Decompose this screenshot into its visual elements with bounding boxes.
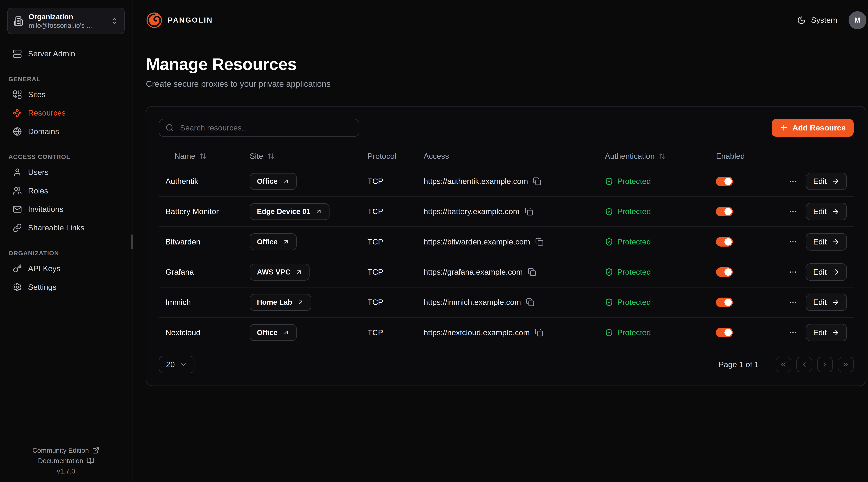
site-link-button[interactable]: Office — [250, 173, 297, 190]
enabled-toggle[interactable] — [716, 297, 733, 307]
documentation-link[interactable]: Documentation — [38, 457, 94, 464]
sidebar-item-roles[interactable]: Roles — [7, 182, 125, 199]
auth-status-badge: Protected — [605, 298, 651, 307]
sidebar-item-label: Settings — [28, 283, 57, 292]
table-row: Immich Home Lab TCP https://immich.examp… — [159, 288, 854, 318]
moon-icon — [797, 16, 806, 25]
page-size-select[interactable]: 20 — [159, 356, 194, 373]
auth-status-badge: Protected — [605, 177, 651, 186]
section-heading-organization: ORGANIZATION — [8, 250, 123, 257]
edit-button[interactable]: Edit — [806, 324, 847, 341]
site-link-button[interactable]: Office — [250, 324, 297, 341]
sidebar-item-server-admin[interactable]: Server Admin — [7, 45, 125, 62]
chevron-down-icon — [180, 361, 187, 368]
resource-protocol: TCP — [361, 177, 417, 186]
site-link-button[interactable]: Home Lab — [250, 294, 311, 311]
sidebar: Organization milo@fossorial.io's ... Ser… — [0, 0, 132, 482]
edit-button[interactable]: Edit — [806, 263, 847, 281]
edit-button[interactable]: Edit — [806, 233, 847, 251]
community-edition-link[interactable]: Community Edition — [32, 447, 99, 454]
enabled-toggle[interactable] — [716, 267, 733, 277]
copy-button[interactable] — [528, 268, 536, 276]
sidebar-item-label: Roles — [28, 186, 48, 195]
site-link-button[interactable]: AWS VPC — [250, 264, 310, 281]
brand: PANGOLIN — [146, 12, 213, 29]
arrow-up-right-icon — [283, 178, 289, 185]
enabled-toggle[interactable] — [716, 237, 733, 247]
sidebar-item-shareable-links[interactable]: Shareable Links — [7, 220, 125, 236]
first-page-button[interactable] — [776, 357, 792, 373]
copy-icon — [528, 268, 536, 276]
row-menu-button[interactable] — [787, 177, 799, 186]
enabled-toggle[interactable] — [716, 176, 733, 186]
sidebar-item-invitations[interactable]: Invitations — [7, 201, 125, 218]
next-page-button[interactable] — [817, 357, 833, 373]
auth-status-badge: Protected — [605, 267, 651, 277]
sidebar-item-resources[interactable]: Resources — [7, 105, 125, 122]
site-link-button[interactable]: Edge Device 01 — [250, 203, 330, 220]
sidebar-nav: Organization milo@fossorial.io's ... Ser… — [0, 0, 132, 440]
main-content: PANGOLIN System M Manage Resources Creat… — [132, 0, 868, 482]
arrow-up-right-icon — [283, 238, 289, 245]
resource-name: Authentik — [159, 177, 243, 186]
arrow-up-right-icon — [297, 299, 304, 306]
auth-status-badge: Protected — [605, 328, 651, 337]
column-header-name: Name — [159, 152, 243, 161]
sidebar-item-api-keys[interactable]: API Keys — [7, 260, 125, 277]
copy-button[interactable] — [533, 177, 541, 186]
sidebar-item-domains[interactable]: Domains — [7, 123, 125, 140]
site-link-button[interactable]: Office — [250, 233, 297, 250]
resource-protocol: TCP — [361, 237, 417, 246]
sidebar-item-settings[interactable]: Settings — [7, 279, 125, 295]
table-row: Bitwarden Office TCP https://bitwarden.e… — [159, 227, 854, 257]
sidebar-item-users[interactable]: Users — [7, 164, 125, 181]
enabled-toggle[interactable] — [716, 207, 733, 216]
resource-name: Bitwarden — [159, 237, 243, 246]
copy-button[interactable] — [525, 207, 533, 216]
theme-selector[interactable]: System — [797, 15, 837, 25]
sidebar-item-label: Domains — [28, 127, 59, 136]
resource-name: Grafana — [159, 267, 243, 277]
row-menu-button[interactable] — [787, 298, 799, 307]
resource-name: Nextcloud — [159, 328, 243, 337]
edit-button[interactable]: Edit — [806, 294, 847, 311]
search-input[interactable] — [179, 123, 352, 133]
row-menu-button[interactable] — [787, 237, 799, 246]
avatar[interactable]: M — [848, 11, 866, 29]
link-icon — [13, 223, 22, 232]
row-menu-button[interactable] — [787, 207, 799, 216]
copy-button[interactable] — [535, 237, 544, 246]
sort-icon[interactable] — [199, 153, 207, 160]
sidebar-item-sites[interactable]: Sites — [7, 86, 125, 103]
table-row: Authentik Office TCP https://authentik.e… — [159, 166, 854, 197]
last-page-button[interactable] — [838, 357, 854, 373]
prev-page-button[interactable] — [796, 357, 812, 373]
theme-label: System — [811, 15, 837, 25]
resource-protocol: TCP — [361, 267, 417, 277]
arrow-right-icon — [832, 208, 840, 216]
edit-button[interactable]: Edit — [806, 173, 847, 190]
page-indicator: Page 1 of 1 — [718, 360, 758, 369]
column-header-authentication: Authentication — [598, 152, 709, 161]
auth-status-badge: Protected — [605, 207, 651, 216]
copy-icon — [533, 177, 541, 186]
add-resource-button[interactable]: Add Resource — [772, 119, 854, 137]
table-footer: 20 Page 1 of 1 — [159, 356, 854, 373]
access-url: https://nextcloud.example.com — [424, 328, 530, 337]
resource-protocol: TCP — [361, 298, 417, 307]
page-title: Manage Resources — [146, 55, 866, 74]
copy-button[interactable] — [526, 298, 534, 307]
sort-icon[interactable] — [267, 153, 275, 160]
access-url: https://authentik.example.com — [424, 177, 528, 186]
pangolin-logo — [146, 12, 163, 29]
table-body: Authentik Office TCP https://authentik.e… — [159, 166, 854, 347]
sidebar-resize-handle[interactable] — [131, 234, 133, 249]
row-menu-button[interactable] — [787, 267, 799, 277]
copy-button[interactable] — [535, 328, 543, 336]
edit-button[interactable]: Edit — [806, 203, 847, 220]
row-menu-button[interactable] — [787, 328, 799, 337]
enabled-toggle[interactable] — [716, 328, 733, 337]
shield-check-icon — [605, 237, 613, 246]
org-picker[interactable]: Organization milo@fossorial.io's ... — [7, 8, 125, 34]
sort-icon[interactable] — [659, 153, 666, 160]
